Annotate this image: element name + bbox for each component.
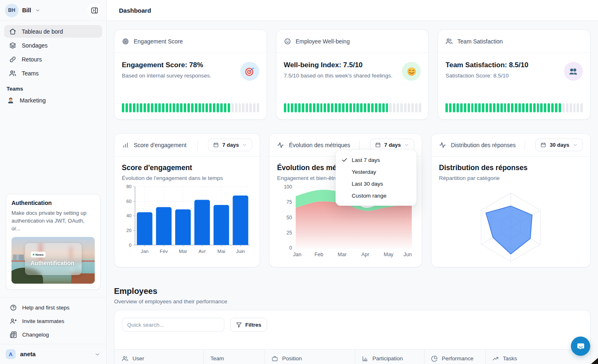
filters-label: Filtres: [245, 322, 261, 328]
date-range-button[interactable]: 30 days: [535, 139, 583, 151]
filters-button[interactable]: Filtres: [230, 318, 267, 332]
column-header-position[interactable]: Position: [265, 350, 355, 364]
filter-icon: [236, 322, 242, 328]
employees-table-card: Filtres User Team Position: [114, 310, 591, 364]
card-header-label: Engagement Score: [134, 38, 183, 45]
invite-teammates-item[interactable]: Invite teammates: [0, 314, 106, 328]
stat-headline: Engagement Score: 78%: [122, 61, 235, 69]
svg-text:60: 60: [126, 199, 132, 204]
users-icon: [9, 70, 16, 77]
sidebar-item-tableau-de-bord[interactable]: Tableau de bord: [4, 25, 102, 38]
newspaper-icon: [10, 331, 17, 338]
activity-icon: [439, 141, 446, 149]
sidebar-team-marketing[interactable]: Marketing: [0, 94, 106, 107]
stat-headline: Well-being Index: 7.5/10: [284, 61, 397, 69]
bar-chart-icon: [122, 141, 129, 149]
home-icon: [9, 28, 16, 35]
svg-text:Mai: Mai: [217, 248, 225, 254]
team-item-label: Marketing: [20, 97, 46, 104]
charts-row: Score d'engagement 7 days Score d'engage…: [114, 133, 591, 267]
workspace-switcher[interactable]: A aneta: [0, 344, 106, 364]
svg-text:Jun: Jun: [404, 252, 412, 257]
column-header-label: Team: [210, 355, 224, 362]
column-header-participation[interactable]: Participation: [355, 350, 424, 364]
header-divider: [359, 141, 360, 150]
svg-text:Fév: Fév: [160, 248, 168, 254]
responses-radar-chart: [439, 184, 583, 273]
users-icon: [445, 38, 453, 45]
menu-item-yesterday[interactable]: Yesterday: [336, 166, 416, 178]
chevron-down-icon: [573, 142, 578, 148]
date-range-dropdown-menu: Last 7 days Yesterday Last 30 days Custo…: [336, 150, 417, 206]
column-header-label: Performance: [442, 355, 473, 362]
collapse-sidebar-button[interactable]: [87, 3, 101, 17]
chat-launcher-button[interactable]: [571, 337, 590, 356]
user-name[interactable]: Bill: [22, 7, 31, 14]
column-header-user[interactable]: User: [114, 350, 203, 364]
date-range-label: 7 days: [384, 142, 401, 148]
svg-text:Feb: Feb: [315, 252, 324, 257]
svg-text:100: 100: [284, 184, 292, 190]
menu-item-last-7-days[interactable]: Last 7 days: [336, 154, 416, 166]
teams-section-label: Teams: [0, 81, 106, 93]
team-satisfaction-card: Team Satisfaction Team Satisfaction: 8.5…: [438, 30, 591, 120]
sidebar: BH Bill Tableau de bord Sondages Retours…: [0, 0, 107, 364]
news-dot-icon: [33, 254, 34, 255]
page-title: Dashboard: [119, 7, 151, 14]
calendar-icon: [213, 142, 219, 148]
column-header-label: Tasks: [503, 355, 517, 362]
workspace-avatar: A: [6, 349, 16, 359]
footer-item-label: Help and first steps: [22, 305, 70, 311]
check-icon: [341, 157, 348, 163]
stat-subtext: Based on internal survey responses.: [122, 73, 235, 79]
main-area: Dashboard Engagement Score Engagement Sc…: [107, 0, 598, 364]
engagement-bar-chart: 020406080JanFévMarAvrMaiJuin: [122, 184, 252, 255]
chevron-down-icon: [242, 142, 247, 148]
calendar-icon: [375, 142, 381, 148]
target-emoji-icon: [244, 66, 255, 77]
authentication-promo-card[interactable]: Authentication Make docs private by sett…: [6, 194, 100, 290]
layers-icon: [9, 42, 16, 49]
menu-item-custom-range[interactable]: Custom range: [336, 190, 416, 202]
card-header-label: Employee Well-being: [296, 38, 350, 45]
sidebar-item-teams[interactable]: Teams: [4, 67, 102, 80]
changelog-item[interactable]: Changelog: [0, 328, 106, 341]
search-input[interactable]: [122, 318, 224, 332]
employees-title: Employees: [114, 287, 591, 296]
card-header-label: Team Satisfaction: [457, 38, 503, 45]
news-badge: News: [31, 252, 46, 257]
svg-text:0: 0: [290, 245, 292, 251]
content: Engagement Score Engagement Score: 78% B…: [107, 21, 598, 364]
chart-title: Score d'engagement: [122, 164, 252, 172]
menu-item-last-30-days[interactable]: Last 30 days: [336, 178, 416, 190]
svg-text:80: 80: [126, 184, 132, 189]
promo-image[interactable]: News Authentification: [11, 237, 95, 284]
promo-title: Authentication: [11, 200, 95, 206]
svg-text:Juin: Juin: [236, 248, 245, 254]
link-icon: [9, 56, 16, 63]
sidebar-item-retours[interactable]: Retours: [4, 53, 102, 66]
chevron-down-icon: [35, 7, 41, 13]
chevron-down-icon: [94, 351, 100, 357]
employees-table-header: User Team Position Participation: [114, 349, 590, 364]
engagement-chart-card: Score d'engagement 7 days Score d'engage…: [114, 133, 260, 267]
chevron-down-icon: [404, 142, 409, 148]
help-circle-icon: [10, 304, 17, 311]
stat-text: Team Satisfaction: 8.5/10 Satisfaction S…: [445, 61, 559, 79]
user-avatar[interactable]: BH: [5, 4, 18, 17]
technologist-emoji-icon: [7, 96, 15, 105]
column-header-team[interactable]: Team: [203, 350, 265, 364]
column-header-performance[interactable]: Performance: [424, 350, 485, 364]
date-range-button[interactable]: 7 days: [208, 139, 252, 151]
sidebar-item-sondages[interactable]: Sondages: [4, 39, 102, 52]
card-header: Team Satisfaction: [438, 30, 590, 53]
footer-item-label: Invite teammates: [22, 318, 64, 324]
pie-chart-icon: [431, 355, 438, 362]
help-and-first-steps-item[interactable]: Help and first steps: [0, 301, 106, 314]
svg-text:50: 50: [287, 215, 292, 221]
promo-description: Make docs private by setting up authenti…: [11, 209, 95, 232]
activity-icon: [277, 141, 284, 149]
card-header: Engagement Score: [114, 30, 267, 53]
header-divider: [197, 141, 198, 150]
svg-text:25: 25: [287, 230, 292, 236]
